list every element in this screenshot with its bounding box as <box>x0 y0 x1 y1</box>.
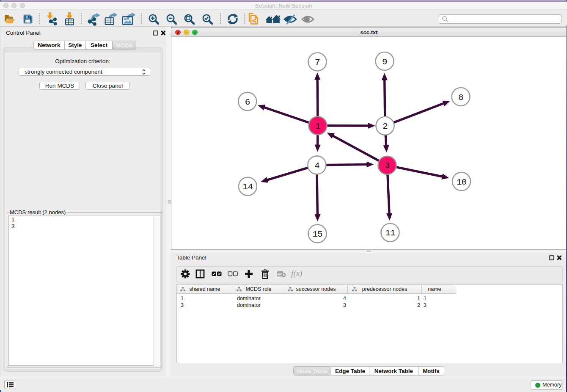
svg-text:15: 15 <box>312 229 322 239</box>
svg-text:6: 6 <box>245 97 250 107</box>
svg-text:7: 7 <box>315 58 320 67</box>
svg-text:2: 2 <box>383 121 388 131</box>
svg-text:8: 8 <box>458 93 463 102</box>
svg-text:10: 10 <box>457 177 467 187</box>
svg-text:14: 14 <box>243 182 253 192</box>
svg-text:3: 3 <box>385 161 390 171</box>
svg-text:1: 1 <box>315 121 320 131</box>
svg-text:4: 4 <box>314 161 319 171</box>
svg-text:11: 11 <box>385 228 395 238</box>
svg-text:9: 9 <box>382 57 387 67</box>
